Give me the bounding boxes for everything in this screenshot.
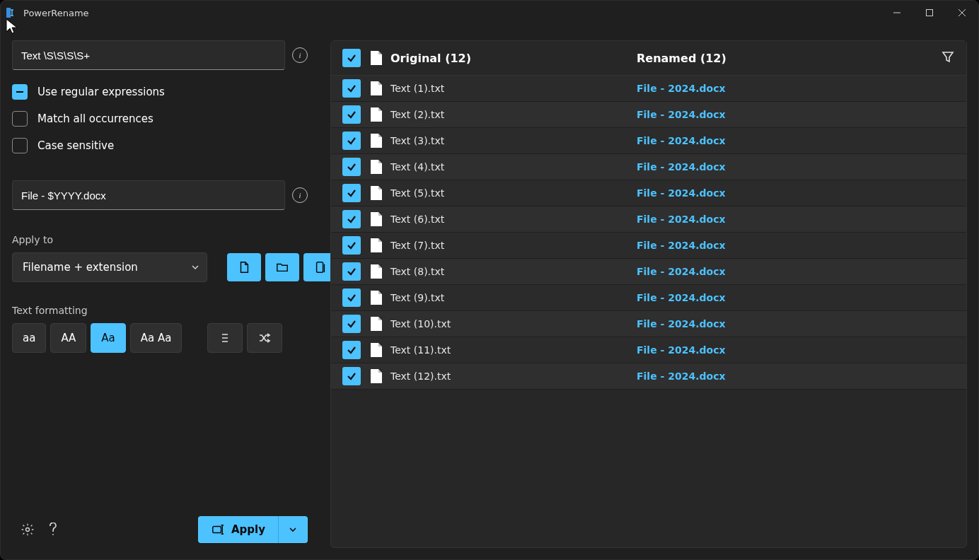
- row-checkbox[interactable]: [342, 288, 361, 307]
- titlebar: PowerRename: [1, 1, 978, 25]
- match-all-label: Match all occurrences: [37, 112, 153, 125]
- file-icon: [371, 317, 382, 331]
- close-button[interactable]: [946, 1, 978, 25]
- replace-info-icon[interactable]: i: [292, 187, 308, 203]
- file-icon: [371, 134, 382, 148]
- file-icon: [371, 51, 382, 65]
- svg-rect-5: [213, 527, 221, 533]
- renamed-filename: File - 2024.docx: [637, 318, 955, 329]
- row-checkbox[interactable]: [342, 184, 361, 202]
- file-icon: [371, 160, 382, 174]
- search-input[interactable]: [12, 40, 285, 70]
- original-filename: Text (5).txt: [390, 187, 444, 199]
- row-checkbox[interactable]: [342, 210, 361, 228]
- help-icon: [48, 523, 58, 537]
- help-button[interactable]: [40, 517, 66, 542]
- case-sensitive-label: Case sensitive: [37, 139, 114, 152]
- shuffle-icon: [258, 332, 271, 344]
- svg-rect-1: [927, 10, 933, 16]
- svg-point-4: [52, 534, 54, 535]
- original-filename: Text (3).txt: [390, 135, 444, 146]
- file-icon: [371, 291, 382, 305]
- apply-label: Apply: [231, 523, 265, 536]
- titlecase-button[interactable]: Aa: [91, 323, 125, 353]
- filter-icon: [941, 49, 955, 64]
- row-checkbox[interactable]: [342, 105, 361, 124]
- match-all-checkbox[interactable]: [12, 111, 28, 127]
- lowercase-button[interactable]: aa: [12, 323, 46, 353]
- table-row[interactable]: Text (6).txt File - 2024.docx: [331, 206, 966, 233]
- table-row[interactable]: Text (4).txt File - 2024.docx: [331, 154, 966, 180]
- renamed-filename: File - 2024.docx: [637, 214, 955, 225]
- table-row[interactable]: Text (10).txt File - 2024.docx: [331, 311, 966, 337]
- folder-icon: [276, 261, 289, 274]
- row-checkbox[interactable]: [342, 236, 361, 255]
- renamed-filename: File - 2024.docx: [637, 371, 955, 382]
- apply-more-button[interactable]: [278, 516, 308, 543]
- settings-panel: i Use regular expressions Match all occu…: [1, 25, 319, 548]
- table-row[interactable]: Text (7).txt File - 2024.docx: [331, 233, 966, 259]
- row-checkbox[interactable]: [342, 132, 361, 150]
- minimize-button[interactable]: [881, 1, 913, 25]
- search-info-icon[interactable]: i: [292, 47, 308, 63]
- regex-label: Use regular expressions: [37, 86, 165, 98]
- table-row[interactable]: Text (3).txt File - 2024.docx: [331, 128, 966, 154]
- renamed-column-header: Renamed (12): [637, 52, 726, 65]
- row-checkbox[interactable]: [342, 158, 361, 176]
- table-header: Original (12) Renamed (12): [331, 41, 966, 76]
- settings-button[interactable]: [15, 517, 40, 542]
- enumerate-button[interactable]: [207, 323, 243, 353]
- table-row[interactable]: Text (9).txt File - 2024.docx: [331, 285, 966, 311]
- table-row[interactable]: Text (2).txt File - 2024.docx: [331, 102, 966, 128]
- include-files-toggle[interactable]: [227, 253, 261, 281]
- original-filename: Text (4).txt: [390, 161, 444, 173]
- original-filename: Text (12).txt: [390, 371, 451, 382]
- original-filename: Text (10).txt: [390, 318, 451, 329]
- original-filename: Text (7).txt: [390, 240, 444, 251]
- include-folders-toggle[interactable]: [265, 253, 299, 281]
- table-row[interactable]: Text (12).txt File - 2024.docx: [331, 363, 966, 390]
- original-filename: Text (1).txt: [390, 83, 444, 94]
- row-checkbox[interactable]: [342, 262, 361, 281]
- row-checkbox[interactable]: [342, 367, 361, 385]
- gear-icon: [21, 523, 35, 537]
- filter-button[interactable]: [941, 49, 955, 66]
- apply-to-value: Filename + extension: [23, 261, 138, 274]
- file-icon: [371, 238, 382, 252]
- original-filename: Text (8).txt: [390, 266, 444, 277]
- svg-rect-2: [317, 262, 323, 272]
- apply-button[interactable]: Apply: [198, 516, 278, 543]
- file-icon: [371, 212, 382, 226]
- file-icon: [371, 186, 382, 200]
- row-checkbox[interactable]: [342, 341, 361, 359]
- case-sensitive-checkbox[interactable]: [12, 138, 28, 153]
- chevron-down-icon: [191, 263, 199, 272]
- renamed-filename: File - 2024.docx: [637, 240, 955, 251]
- table-row[interactable]: Text (1).txt File - 2024.docx: [331, 76, 966, 102]
- uppercase-button[interactable]: AA: [50, 323, 86, 353]
- table-row[interactable]: Text (8).txt File - 2024.docx: [331, 259, 966, 285]
- maximize-button[interactable]: [913, 1, 946, 25]
- capitalize-words-button[interactable]: Aa Aa: [130, 323, 183, 353]
- row-checkbox[interactable]: [342, 315, 361, 333]
- original-filename: Text (9).txt: [390, 292, 444, 303]
- svg-point-3: [26, 528, 30, 532]
- row-checkbox[interactable]: [342, 79, 361, 98]
- renamed-filename: File - 2024.docx: [637, 344, 955, 356]
- renamed-filename: File - 2024.docx: [637, 83, 955, 94]
- file-icon: [371, 81, 382, 95]
- file-icon: [371, 264, 382, 279]
- enumerate-icon: [219, 332, 231, 344]
- file-icon: [371, 343, 382, 357]
- table-row[interactable]: Text (5).txt File - 2024.docx: [331, 180, 966, 206]
- select-all-checkbox[interactable]: [342, 49, 361, 67]
- renamed-filename: File - 2024.docx: [637, 266, 955, 277]
- random-button[interactable]: [247, 323, 282, 353]
- app-icon: [5, 6, 18, 19]
- apply-to-label: Apply to: [12, 234, 308, 245]
- regex-checkbox[interactable]: [12, 84, 28, 100]
- replace-input[interactable]: [12, 180, 285, 210]
- apply-to-dropdown[interactable]: Filename + extension: [12, 252, 207, 282]
- table-row[interactable]: Text (11).txt File - 2024.docx: [331, 337, 966, 363]
- original-filename: Text (11).txt: [390, 344, 451, 356]
